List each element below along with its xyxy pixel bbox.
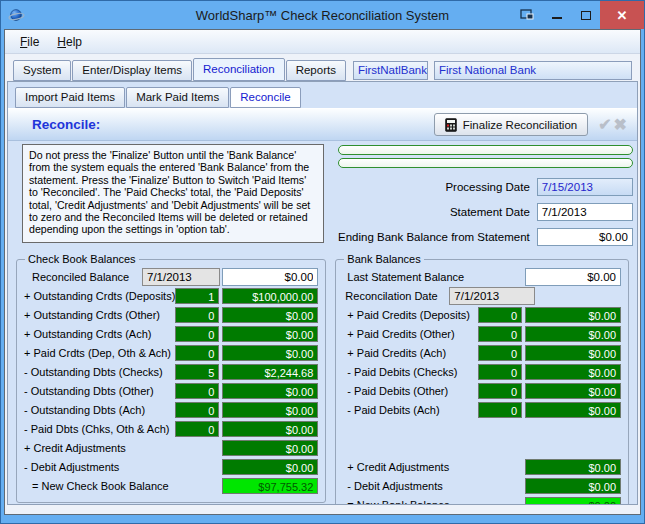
row-value: $0.00 xyxy=(525,307,621,323)
close-icon: ✕ xyxy=(617,8,628,23)
balance-row-paid-credits-ach: + Paid Credits (Ach) 0 $0.00 xyxy=(343,345,621,361)
statement-date-label: Statement Date xyxy=(450,206,530,218)
spacer-row xyxy=(343,421,621,437)
last-statement-balance-label: Last Statement Balance xyxy=(343,271,525,283)
balance-row-outstanding-dbts-ach: - Outstanding Dbts (Ach) 0 $0.00 xyxy=(24,402,318,418)
window-menu-button[interactable] xyxy=(512,1,542,29)
reconcilation-date-label: Reconcilation Date xyxy=(343,290,449,302)
row-label: - Debit Adjustments xyxy=(343,480,522,492)
calculator-icon xyxy=(445,118,457,132)
total-value: $97,755.32 xyxy=(222,478,318,494)
tab-mark-paid-items[interactable]: Mark Paid Items xyxy=(126,87,229,108)
finalize-reconciliation-button[interactable]: Finalize Reconciliation xyxy=(434,113,588,136)
credit-adjustments-row: + Credit Adjustments $0.00 xyxy=(343,459,621,475)
processing-date-label: Processing Date xyxy=(445,181,529,193)
row-value: $0.00 xyxy=(222,326,318,342)
credit-adjustments-row: + Credit Adjustments $0.00 xyxy=(24,440,318,456)
balance-row-outstanding-dbts-other: - Outstanding Dbts (Other) 0 $0.00 xyxy=(24,383,318,399)
row-value: $0.00 xyxy=(525,478,621,494)
balances-section: Check Book Balances Reconciled Balance 7… xyxy=(8,249,637,505)
ending-balance-input[interactable] xyxy=(537,228,633,246)
row-value: $0.00 xyxy=(222,421,318,437)
row-label: - Outstanding Dbts (Ach) xyxy=(24,404,175,416)
balance-row-outstanding-crdts-other: + Outstanding Crdts (Other) 0 $0.00 xyxy=(24,307,318,323)
row-value: $0.00 xyxy=(222,307,318,323)
window-menu-icon xyxy=(520,9,535,22)
cancel-cross-icon[interactable]: ✖ xyxy=(614,115,627,134)
tab-reports[interactable]: Reports xyxy=(286,60,346,81)
row-label: + Paid Credits (Deposits) xyxy=(343,309,478,321)
check-book-balances-title: Check Book Balances xyxy=(25,253,139,265)
total-label: = New Bank Balance xyxy=(343,499,522,505)
debit-adjustments-row: - Debit Adjustments $0.00 xyxy=(343,478,621,494)
minimize-button[interactable] xyxy=(542,1,571,29)
balance-row-outstanding-dbts-checks: - Outstanding Dbts (Checks) 5 $2,244.68 xyxy=(24,364,318,380)
row-label: + Paid Credits (Ach) xyxy=(343,347,478,359)
reconciliation-tab-page: Import Paid Items Mark Paid Items Reconc… xyxy=(7,81,638,505)
maximize-button[interactable] xyxy=(571,1,600,29)
reconciled-amount-input[interactable] xyxy=(222,268,318,286)
debit-adjustments-row: - Debit Adjustments $0.00 xyxy=(24,459,318,475)
ending-balance-label: Ending Bank Balance from Statement xyxy=(338,231,530,243)
tab-enter-display-items[interactable]: Enter/Display Items xyxy=(72,60,192,81)
row-count: 0 xyxy=(175,345,219,361)
row-label: - Outstanding Dbts (Checks) xyxy=(24,366,175,378)
reconcilation-date-row: Reconcilation Date 7/1/2013 xyxy=(343,288,621,304)
last-statement-balance-input[interactable] xyxy=(525,268,621,286)
row-count: 0 xyxy=(478,383,522,399)
confirm-check-icon[interactable]: ✔ xyxy=(598,115,611,134)
row-count: 0 xyxy=(175,326,219,342)
reconcilation-date-field: 7/1/2013 xyxy=(449,287,535,305)
progress-bar-2 xyxy=(338,158,633,168)
balance-row-outstanding-crdts-deposits: + Outstanding Crdts (Deposits) 1 $100,00… xyxy=(24,288,318,304)
bank-balances-group: Bank Balances Last Statement Balance Rec… xyxy=(335,253,629,505)
statement-date-input[interactable] xyxy=(537,203,633,221)
row-count: 5 xyxy=(175,364,219,380)
balance-row-paid-credits-other: + Paid Credits (Other) 0 $0.00 xyxy=(343,326,621,342)
row-label: + Paid Credits (Other) xyxy=(343,328,478,340)
row-value: $0.00 xyxy=(222,402,318,418)
finalize-button-label: Finalize Reconciliation xyxy=(463,119,577,131)
menu-file[interactable]: File xyxy=(11,32,48,52)
processing-date-field: 7/15/2013 xyxy=(537,178,633,196)
row-value: $100,000.00 xyxy=(222,288,318,304)
row-value: $0.00 xyxy=(222,440,318,456)
row-label: + Outstanding Crdts (Deposits) xyxy=(24,290,175,302)
row-label: + Outstanding Crdts (Other) xyxy=(24,309,175,321)
processing-date-row: Processing Date 7/15/2013 xyxy=(338,178,633,196)
bank-full-name-field: First National Bank xyxy=(434,61,632,80)
tab-reconciliation[interactable]: Reconciliation xyxy=(193,58,285,81)
total-label: = New Check Book Balance xyxy=(24,480,219,492)
row-count: 0 xyxy=(478,307,522,323)
balance-row-paid-debits-checks: - Paid Debits (Checks) 0 $0.00 xyxy=(343,364,621,380)
tab-import-paid-items[interactable]: Import Paid Items xyxy=(15,87,125,108)
globe-icon xyxy=(8,6,26,24)
bank-short-name-field: FirstNatlBank xyxy=(353,61,428,80)
row-count: 1 xyxy=(175,288,219,304)
app-window: WorldSharp™ Check Reconciliation System … xyxy=(0,0,645,524)
row-value: $0.00 xyxy=(525,383,621,399)
row-label: - Paid Debits (Ach) xyxy=(343,404,478,416)
row-value: $0.00 xyxy=(222,383,318,399)
title-bar: WorldSharp™ Check Reconciliation System … xyxy=(1,1,644,29)
tab-system[interactable]: System xyxy=(13,60,71,81)
main-tab-strip: System Enter/Display Items Reconciliatio… xyxy=(5,54,640,81)
page-title: Reconcile: xyxy=(32,117,100,132)
balance-row-paid-crdts: + Paid Crdts (Dep, Oth & Ach) 0 $0.00 xyxy=(24,345,318,361)
row-label: - Debit Adjustments xyxy=(24,461,219,473)
row-count: 0 xyxy=(478,364,522,380)
balance-row-paid-dbts: - Paid Dbts (Chks, Oth & Ach) 0 $0.00 xyxy=(24,421,318,437)
total-value: $0.00 xyxy=(525,497,621,505)
menu-help[interactable]: Help xyxy=(48,32,91,52)
new-check-book-balance-row: = New Check Book Balance $97,755.32 xyxy=(24,478,318,494)
check-book-balances-group: Check Book Balances Reconciled Balance 7… xyxy=(16,253,326,503)
row-value: $0.00 xyxy=(525,326,621,342)
reconciled-date-field: 7/1/2013 xyxy=(142,268,220,286)
row-count: 0 xyxy=(478,326,522,342)
row-count: 0 xyxy=(478,345,522,361)
row-value: $0.00 xyxy=(525,364,621,380)
tab-reconcile[interactable]: Reconcile xyxy=(230,87,301,108)
minimize-icon xyxy=(552,17,562,19)
close-button[interactable]: ✕ xyxy=(600,1,644,29)
row-label: + Outstanding Crdts (Ach) xyxy=(24,328,175,340)
